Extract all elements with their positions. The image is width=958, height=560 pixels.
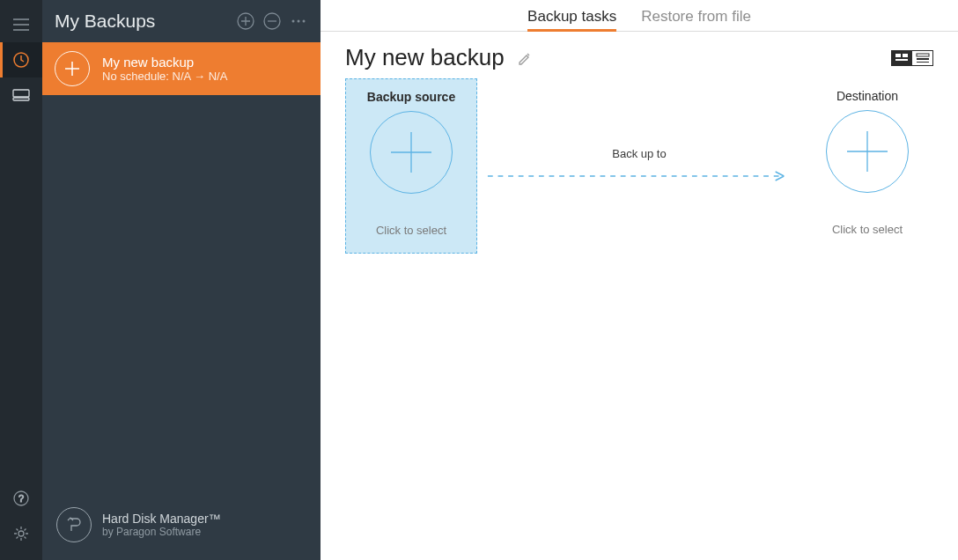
arrow-icon [486, 169, 792, 183]
svg-text:?: ? [18, 493, 24, 504]
svg-rect-15 [917, 58, 929, 60]
view-list-icon[interactable] [912, 50, 933, 66]
svg-point-8 [292, 20, 295, 23]
backup-list-item[interactable]: My new backup No schedule: N/A → N/A [42, 42, 321, 95]
svg-rect-13 [895, 59, 908, 61]
destination-plus-icon [826, 110, 909, 193]
backup-item-plus-icon [55, 51, 90, 86]
backup-item-title: My new backup [102, 55, 227, 70]
svg-rect-12 [903, 54, 908, 57]
source-hint: Click to select [353, 224, 469, 237]
svg-rect-11 [895, 54, 901, 57]
product-name: Hard Disk Manager™ [102, 512, 221, 526]
edit-name-icon[interactable] [517, 50, 533, 66]
backup-item-subtitle: No schedule: N/A → N/A [102, 70, 227, 83]
sidebar: My Backups My new backup No schedule: N/… [42, 0, 321, 560]
source-plus-icon [370, 111, 453, 194]
source-title: Backup source [353, 90, 469, 104]
destination-hint: Click to select [808, 223, 926, 236]
svg-rect-14 [917, 54, 929, 56]
settings-icon[interactable] [0, 516, 42, 551]
tab-backup-tasks[interactable]: Backup tasks [527, 8, 616, 31]
menu-icon[interactable] [0, 7, 42, 42]
svg-rect-2 [13, 98, 29, 100]
arrow-label: Back up to [612, 147, 666, 160]
backup-source-card[interactable]: Backup source Click to select [345, 78, 477, 254]
add-backup-icon[interactable] [236, 11, 255, 31]
svg-point-9 [298, 20, 300, 23]
backup-history-icon[interactable] [0, 42, 42, 77]
destination-card[interactable]: Destination Click to select [801, 78, 933, 252]
tab-restore-from-file[interactable]: Restore from file [641, 8, 751, 31]
sidebar-footer[interactable]: Hard Disk Manager™ by Paragon Software [42, 495, 321, 560]
rail-active-indicator [0, 42, 3, 77]
arrow-area: Back up to [477, 84, 801, 247]
destination-title: Destination [808, 89, 926, 103]
sidebar-title: My Backups [55, 11, 236, 32]
product-vendor: by Paragon Software [102, 526, 221, 538]
view-cards-icon[interactable] [891, 50, 912, 66]
svg-rect-16 [917, 62, 929, 63]
disk-icon[interactable] [0, 77, 42, 113]
product-icon [56, 507, 92, 542]
more-icon[interactable] [289, 11, 308, 31]
svg-rect-1 [13, 90, 29, 97]
svg-point-10 [303, 20, 306, 23]
help-icon[interactable]: ? [0, 481, 42, 516]
page-title: My new backup [345, 44, 505, 71]
svg-point-5 [18, 531, 24, 536]
tabs: Backup tasks Restore from file [321, 0, 958, 32]
remove-backup-icon[interactable] [262, 11, 282, 31]
